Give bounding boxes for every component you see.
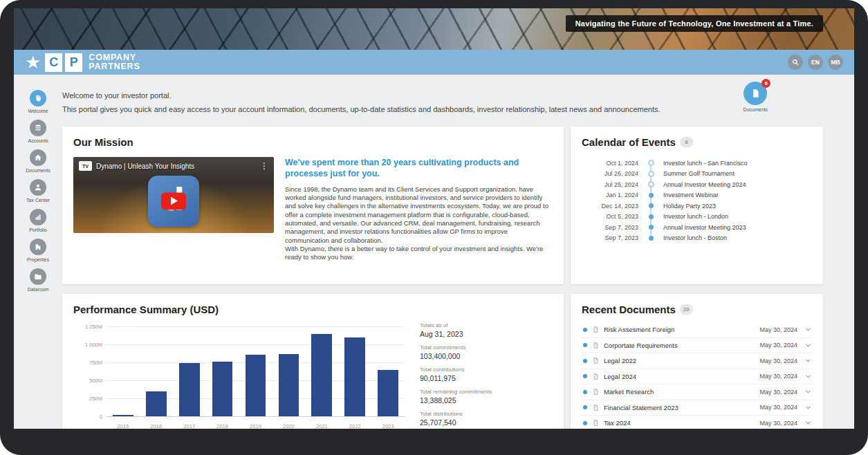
person-icon (30, 179, 46, 196)
document-row[interactable]: Legal 2024May 30, 2024 (582, 369, 812, 385)
search-button[interactable] (788, 55, 803, 70)
event-date: Sep 7, 2023 (582, 234, 638, 241)
sidebar-item-label: Documents (26, 168, 50, 173)
event-date: Oct 5, 2023 (582, 213, 638, 220)
document-row[interactable]: Tax 2024May 30, 2024 (582, 416, 812, 429)
total-value: Aug 31, 2023 (420, 330, 553, 338)
calendar-title: Calendar of Events (582, 136, 676, 148)
y-tick-label: 250M (75, 396, 102, 402)
document-row[interactable]: Legal 2022May 30, 2024 (582, 353, 812, 369)
event-name: Annual Investor Meeting 2024 (663, 181, 746, 188)
sidebar-item-tax-center[interactable]: Tax Center (26, 179, 50, 203)
event-name: Holiday Party 2023 (663, 203, 716, 210)
video-play-button[interactable] (161, 192, 186, 210)
welcome-line1: Welcome to your investor portal. (62, 91, 823, 100)
recent-documents-count-badge: 20 (680, 304, 693, 315)
chevron-down-icon[interactable] (804, 404, 812, 411)
document-row[interactable]: Financial Statement 2023May 30, 2024 (582, 400, 812, 416)
language-button[interactable]: EN (808, 55, 823, 70)
bar-chart-icon (30, 209, 46, 225)
chart-bar[interactable] (378, 370, 398, 416)
documents-circle[interactable]: 6 (744, 82, 767, 105)
chart-bar[interactable] (179, 363, 200, 416)
sidebar-item-documents[interactable]: Documents (26, 149, 50, 173)
sidebar-item-dataroom[interactable]: Dataroom (28, 268, 49, 292)
chevron-down-icon[interactable] (804, 326, 812, 333)
chevron-down-icon[interactable] (804, 419, 812, 427)
chevron-down-icon[interactable] (804, 388, 812, 396)
unread-dot-icon (583, 405, 587, 409)
chart-bar[interactable] (344, 337, 365, 416)
mission-heading: We've spent more than 20 years cultivati… (285, 157, 553, 180)
company-logo[interactable]: ★ C P COMPANYPARTNERS (25, 53, 140, 72)
sidebar-item-label: Welcome (28, 109, 48, 113)
sidebar-item-properties[interactable]: Properties (27, 239, 49, 262)
sidebar-item-label: Portfolio (29, 228, 47, 232)
event-row[interactable]: Jul 25, 2024Annual Investor Meeting 2024 (582, 179, 812, 190)
event-row[interactable]: Jul 26, 2024Summer Golf Tournament (582, 169, 812, 180)
chart-bar[interactable] (311, 334, 332, 416)
file-icon (592, 356, 600, 365)
user-avatar[interactable]: MB (828, 55, 843, 70)
document-date: May 30, 2024 (759, 389, 797, 396)
document-row[interactable]: Market ResearchMay 30, 2024 (582, 384, 812, 400)
document-icon (748, 86, 762, 100)
sidebar-item-portfolio[interactable]: Portfolio (29, 209, 47, 232)
logo-name: COMPANYPARTNERS (89, 53, 140, 71)
document-row[interactable]: Risk Assesment ForeignMay 30, 2024 (582, 322, 812, 338)
document-row[interactable]: Corportate RequirementsMay 30, 2024 (582, 338, 812, 354)
x-tick-label: 2023 (371, 420, 405, 429)
quick-documents-shortcut[interactable]: 6 Documents (744, 82, 768, 112)
x-tick-label: 2021 (305, 420, 338, 429)
unread-dot-icon (583, 390, 587, 394)
file-icon (592, 341, 600, 350)
mission-title: Our Mission (73, 136, 553, 148)
file-icon (592, 403, 600, 412)
document-name: Legal 2024 (604, 373, 636, 380)
event-date: Jul 25, 2024 (582, 181, 638, 188)
sidebar-item-accounts[interactable]: Accounts (28, 120, 48, 143)
timeline-dot-icon (638, 214, 663, 219)
event-row[interactable]: Jan 1, 2024Investment Webinar (582, 190, 812, 201)
event-row[interactable]: Dec 14, 2023Holiday Party 2023 (582, 201, 812, 212)
performance-title: Performance Summary (USD) (73, 304, 553, 315)
x-tick-label: 2015 (107, 420, 140, 429)
chart-bar[interactable] (113, 415, 133, 416)
sidebar-item-label: Tax Center (26, 198, 50, 203)
timeline-dot-icon (638, 171, 663, 177)
sidebar-item-welcome[interactable]: Welcome (28, 90, 48, 113)
event-row[interactable]: Oct 1, 2024Investor lunch - San Francisc… (582, 158, 812, 169)
unread-dot-icon (583, 343, 587, 347)
chevron-down-icon[interactable] (804, 342, 812, 349)
total-value: 103,400,000 (420, 352, 553, 360)
timeline-dot-icon (638, 225, 663, 230)
chevron-down-icon[interactable] (804, 373, 812, 380)
event-row[interactable]: Sep 7, 2023Investor lunch - Boston (582, 233, 812, 244)
gridline (107, 416, 405, 417)
event-row[interactable]: Oct 5, 2023Investor lunch - London (582, 212, 812, 223)
chart-bar[interactable] (279, 354, 299, 416)
x-tick-label: 2020 (272, 420, 305, 429)
event-name: Summer Golf Tournament (663, 170, 735, 177)
chart-bar[interactable] (212, 362, 233, 416)
events-timeline: Oct 1, 2024Investor lunch - San Francisc… (582, 158, 812, 243)
event-name: Investor lunch - San Francisco (663, 160, 748, 167)
kebab-menu-icon[interactable]: ⋮ (260, 161, 268, 171)
calendar-count-badge: 8 (680, 137, 693, 147)
file-icon (592, 387, 600, 396)
unread-dot-icon (583, 328, 587, 332)
event-row[interactable]: Sep 7, 2023Annual Investor Meeting 2023 (582, 222, 812, 233)
y-tick-label: 0 (75, 414, 102, 420)
top-navigation-bar: ★ C P COMPANYPARTNERS EN MB (14, 50, 854, 75)
chart-bar[interactable] (146, 391, 167, 416)
x-tick-label: 2017 (173, 420, 206, 429)
chevron-down-icon[interactable] (804, 357, 812, 364)
mission-video-thumbnail[interactable]: TV Dynamo | Unleash Your Insights ⋮ d (73, 157, 274, 233)
document-date: May 30, 2024 (759, 326, 797, 333)
main-area: WelcomeAccountsDocumentsTax CenterPortfo… (14, 75, 854, 429)
chart-plot: 0250M500M750M1 000M1 250M (107, 326, 405, 416)
search-icon (791, 58, 800, 66)
chart-bar[interactable] (246, 355, 266, 416)
calendar-of-events-card: Calendar of Events 8 Oct 1, 2024Investor… (571, 127, 823, 284)
performance-chart: 0250M500M750M1 000M1 250M 20152016201720… (73, 321, 410, 429)
